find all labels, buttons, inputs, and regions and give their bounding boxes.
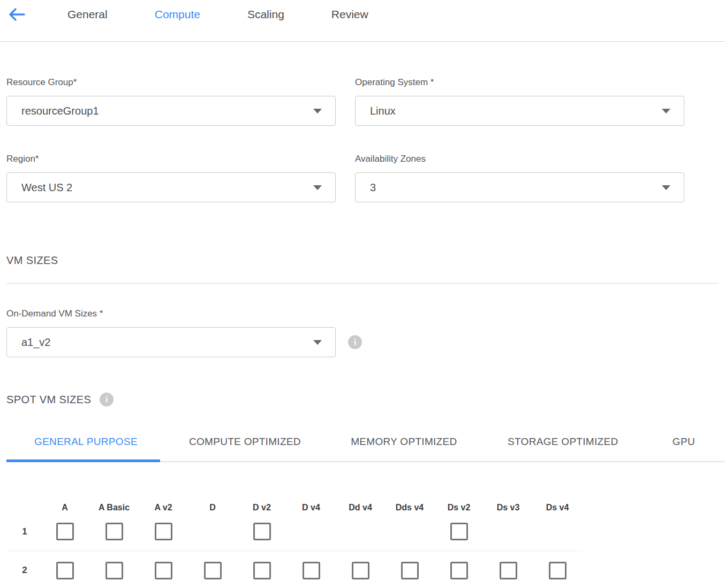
vm-size-checkbox-dds-v4-row2[interactable]: [401, 562, 419, 579]
back-arrow-icon: [8, 7, 25, 22]
vm-size-checkbox-a-v2-row2[interactable]: [155, 562, 172, 579]
vm-size-checkbox-dd-v4-row2[interactable]: [352, 562, 369, 579]
vm-size-checkbox-d-v2-row2[interactable]: [253, 562, 271, 579]
vm-size-checkbox-ds-v2-row2[interactable]: [450, 562, 468, 579]
table-cell: [139, 551, 188, 588]
vm-size-checkbox-ds-v4-row2[interactable]: [549, 562, 567, 579]
on-demand-vm-sizes-label: On-Demand VM Sizes *: [6, 308, 719, 319]
table-cell-empty: [336, 512, 385, 551]
operating-system-value: Linux: [370, 105, 396, 117]
operating-system-field: Operating System * Linux: [355, 77, 684, 126]
vm-column-header-a-v2: A v2: [139, 496, 188, 512]
on-demand-vm-sizes-value: a1_v2: [21, 336, 51, 349]
availability-zones-value: 3: [370, 182, 376, 194]
vm-column-header-ds-v4: Ds v4: [533, 496, 582, 512]
spot-tab-memory-optimized[interactable]: MEMORY OPTIMIZED: [324, 431, 484, 462]
table-cell: [89, 551, 139, 588]
vm-size-checkbox-d-v2-row1[interactable]: [253, 523, 271, 540]
availability-zones-label: Availability Zones: [355, 154, 684, 164]
operating-system-label: Operating System *: [355, 77, 684, 88]
vm-column-header-a: A: [40, 496, 89, 512]
table-cell: [434, 512, 484, 551]
vm-size-table: AA BasicA v2DD v2D v4Dd v4Dds v4Ds v2Ds …: [6, 496, 719, 588]
form-row: Region* West US 2 Availability Zones 3: [6, 154, 719, 202]
vm-size-checkbox-ds-v3-row2[interactable]: [500, 562, 517, 579]
vm-sizes-section-title: VM SIZES: [6, 254, 719, 267]
table-cell: [385, 551, 434, 588]
resource-group-field: Resource Group* resourceGroup1: [6, 77, 336, 126]
wizard-nav: GeneralComputeScalingReview: [0, 0, 725, 42]
spot-vm-sizes-section-title: SPOT VM SIZES: [6, 393, 91, 406]
dropdown-caret-icon: [313, 185, 322, 190]
table-cell: [336, 551, 385, 588]
form-row: Resource Group* resourceGroup1 Operating…: [6, 77, 719, 126]
info-icon[interactable]: i: [100, 393, 114, 406]
table-cell: [188, 551, 237, 588]
region-value: West US 2: [21, 182, 72, 194]
compute-step-content: Resource Group* resourceGroup1 Operating…: [0, 77, 725, 588]
row-label-1: 1: [6, 512, 40, 551]
table-cell: [434, 551, 484, 588]
table-cell-empty: [286, 512, 336, 551]
back-button[interactable]: [8, 7, 25, 23]
availability-zones-field: Availability Zones 3: [355, 154, 684, 202]
on-demand-vm-sizes-field: On-Demand VM Sizes * a1_v2 i: [6, 308, 719, 357]
vm-column-header-ds-v2: Ds v2: [434, 496, 484, 512]
vm-column-header-dds-v4: Dds v4: [385, 496, 434, 512]
resource-group-select[interactable]: resourceGroup1: [6, 96, 336, 126]
operating-system-select[interactable]: Linux: [355, 96, 684, 126]
wizard-tab-general[interactable]: General: [67, 7, 108, 22]
vm-size-checkbox-a-row2[interactable]: [56, 562, 74, 579]
dropdown-caret-icon: [662, 109, 670, 114]
dropdown-caret-icon: [313, 109, 322, 114]
resource-group-label: Resource Group*: [6, 77, 336, 88]
table-cell: [40, 512, 89, 551]
spot-tab-compute-optimized[interactable]: COMPUTE OPTIMIZED: [165, 431, 324, 462]
wizard-tab-compute[interactable]: Compute: [155, 7, 200, 22]
spot-tab-bar: GENERAL PURPOSECOMPUTE OPTIMIZEDMEMORY O…: [6, 431, 725, 462]
table-cell-empty: [385, 512, 434, 551]
vm-size-checkbox-d-row2[interactable]: [204, 562, 222, 579]
vm-column-header-ds-v3: Ds v3: [484, 496, 533, 512]
row-label-2: 2: [6, 551, 40, 588]
vm-column-header-d-v4: D v4: [286, 496, 336, 512]
vm-column-header-d: D: [188, 496, 237, 512]
table-cell: [139, 512, 188, 551]
wizard-tab-bar: GeneralComputeScalingReview: [67, 7, 368, 22]
dropdown-caret-icon: [662, 185, 670, 190]
vm-size-checkbox-d-v4-row2[interactable]: [303, 562, 320, 579]
resource-group-value: resourceGroup1: [21, 105, 99, 117]
table-cell: [533, 551, 582, 588]
vm-size-checkbox-a-row1[interactable]: [56, 523, 74, 540]
availability-zones-select[interactable]: 3: [355, 172, 684, 202]
table-cell: [237, 551, 286, 588]
vm-column-header-d-v2: D v2: [237, 496, 286, 512]
table-cell-empty: [484, 512, 533, 551]
spot-tab-storage-optimized[interactable]: STORAGE OPTIMIZED: [484, 431, 643, 462]
region-field: Region* West US 2: [6, 154, 336, 202]
on-demand-vm-sizes-select[interactable]: a1_v2: [6, 327, 336, 357]
table-cell: [89, 512, 139, 551]
spot-tab-gpu[interactable]: GPU: [643, 431, 725, 462]
dropdown-caret-icon: [313, 340, 322, 345]
vm-size-checkbox-a-basic-row1[interactable]: [105, 523, 123, 540]
info-icon[interactable]: i: [348, 335, 362, 349]
wizard-tab-scaling[interactable]: Scaling: [247, 7, 284, 22]
region-label: Region*: [6, 154, 336, 164]
vm-size-checkbox-ds-v2-row1[interactable]: [450, 523, 468, 540]
vm-size-checkbox-a-v2-row1[interactable]: [155, 523, 172, 540]
table-cell: [484, 551, 533, 588]
wizard-tab-review[interactable]: Review: [331, 7, 368, 22]
table-cell: [40, 551, 89, 588]
table-cell: [286, 551, 336, 588]
table-cell-empty: [533, 512, 582, 551]
table-cell-empty: [188, 512, 237, 551]
vm-column-header-dd-v4: Dd v4: [336, 496, 385, 512]
table-cell: [237, 512, 286, 551]
table-corner-cell: [6, 496, 40, 512]
region-select[interactable]: West US 2: [6, 172, 336, 202]
vm-column-header-a-basic: A Basic: [89, 496, 139, 512]
section-divider: [6, 283, 719, 284]
spot-tab-general-purpose[interactable]: GENERAL PURPOSE: [6, 431, 165, 462]
vm-size-checkbox-a-basic-row2[interactable]: [105, 562, 123, 579]
